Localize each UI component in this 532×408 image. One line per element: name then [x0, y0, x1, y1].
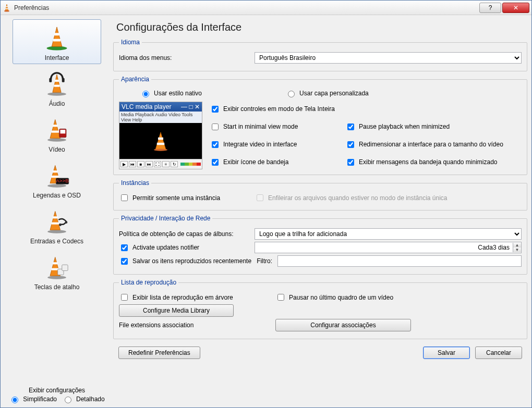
svg-rect-16: [53, 125, 58, 127]
legend-appearance: Aparência: [119, 76, 151, 83]
svg-text:A>>B: A>>B: [56, 178, 68, 183]
configure-associations-button[interactable]: Configurar associações: [275, 319, 411, 331]
svg-rect-7: [53, 39, 61, 42]
group-instances: Instâncias Permitir somente uma instânci…: [113, 179, 527, 211]
spin-up-icon[interactable]: ▲: [513, 243, 521, 248]
content: Interface Áudio Vídeo A>>B Legendas e OS…: [1, 15, 531, 407]
svg-rect-13: [62, 78, 65, 82]
legend-privacy: Privacidade / Interação de Rede: [119, 215, 212, 222]
close-button[interactable]: ✕: [502, 3, 529, 13]
svg-rect-22: [53, 170, 58, 172]
svg-marker-5: [52, 27, 62, 46]
page-title: Configurações da Interface: [113, 19, 527, 38]
chk-tray-messages[interactable]: Exibir mensagens da bandeja quando minim…: [345, 155, 522, 169]
svg-point-26: [47, 230, 66, 233]
interface-cone-icon: [42, 23, 72, 53]
svg-marker-9: [53, 75, 61, 92]
svg-rect-19: [61, 130, 66, 133]
sidebar-item-hotkeys[interactable]: Teclas de atalho: [13, 249, 101, 293]
svg-marker-27: [50, 212, 61, 230]
group-playlist: Lista de reprodução Exibir lista de repr…: [113, 279, 527, 339]
svg-point-3: [4, 10, 9, 11]
hotkeys-icon: [42, 252, 72, 282]
sidebar-item-video[interactable]: Vídeo: [13, 111, 101, 156]
svg-rect-12: [49, 78, 52, 82]
update-interval-spinner[interactable]: Cada3 dias ▲▼: [255, 242, 522, 253]
svg-rect-39: [158, 137, 163, 139]
chk-updates[interactable]: Activate updates notifier: [119, 243, 249, 253]
svg-marker-38: [155, 132, 166, 149]
svg-point-41: [154, 149, 167, 151]
window-title: Preferências: [14, 4, 478, 11]
chk-integrate-video[interactable]: Integrate video in interface: [210, 137, 330, 152]
svg-rect-2: [5, 8, 8, 9]
help-button[interactable]: ?: [479, 3, 501, 13]
legend-instances: Instâncias: [119, 179, 151, 187]
svg-point-32: [47, 276, 66, 279]
filter-input[interactable]: [277, 255, 522, 267]
titlebar: Preferências ? ✕: [1, 1, 531, 15]
save-button[interactable]: Salvar: [423, 347, 470, 359]
svg-rect-34: [53, 262, 58, 264]
sidebar-item-codecs[interactable]: Entradas e Codecs: [13, 203, 101, 248]
chk-tray-icon[interactable]: Exibir ícone de bandeja: [210, 155, 330, 169]
cancel-button[interactable]: Cancelar: [475, 347, 522, 359]
chk-fullscreen-controls[interactable]: Exibir controles em modo de Tela Inteira: [210, 102, 522, 116]
appearance-options: Exibir controles em modo de Tela Inteira…: [210, 102, 522, 169]
show-settings: Exibir configurações Simplificado Detalh…: [5, 387, 109, 403]
sidebar-item-label: Teclas de atalho: [34, 283, 80, 291]
language-label: Idioma dos menus:: [119, 54, 249, 61]
chk-pause-last-frame[interactable]: Pausar no último quadro de um vídeo: [275, 292, 393, 302]
svg-rect-6: [54, 33, 59, 35]
svg-marker-0: [5, 4, 8, 11]
chk-playlist-tree[interactable]: Exibir lista de reprodução em árvore: [119, 292, 270, 302]
sidebar-item-audio[interactable]: Áudio: [13, 65, 101, 110]
footer: Redefinir Preferências Salvar Cancelar: [113, 343, 527, 363]
sidebar-item-interface[interactable]: Interface: [13, 19, 101, 64]
radio-simplified[interactable]: Simplificado: [9, 395, 57, 403]
audio-icon: [42, 69, 72, 99]
configure-media-library-button[interactable]: Configure Media Library: [119, 304, 234, 317]
preferences-window: Preferências ? ✕ Interface Áudio: [0, 0, 532, 408]
filter-label: Filtro:: [257, 257, 272, 265]
language-select[interactable]: Português Brasileiro: [255, 52, 522, 64]
vlc-cone-icon: [3, 4, 11, 12]
main-panel: Configurações da Interface Idioma Idioma…: [113, 19, 527, 403]
chk-only-one-instance[interactable]: Permitir somente uma instância: [119, 193, 249, 203]
svg-rect-17: [51, 131, 59, 133]
chk-pause-minimized[interactable]: Pause playback when minimized: [345, 119, 522, 134]
sidebar-item-subtitles[interactable]: A>>B Legendas e OSD: [13, 157, 101, 202]
chk-minimal-view[interactable]: Start in minimal view mode: [210, 119, 330, 134]
svg-point-20: [47, 184, 66, 188]
show-settings-title: Exibir configurações: [5, 387, 109, 394]
radio-native-style[interactable]: Usar estilo nativo: [140, 89, 202, 97]
album-art-label: Política de obtenção de capas de álbuns:: [119, 230, 249, 238]
skin-preview: VLC media player— □ ✕ Media Playback Aud…: [119, 102, 202, 169]
svg-rect-28: [53, 216, 58, 218]
sidebar-item-label: Entradas e Codecs: [30, 238, 83, 245]
spin-down-icon[interactable]: ▼: [513, 248, 521, 252]
svg-rect-1: [6, 6, 8, 7]
group-language: Idioma Idioma dos menus: Português Brasi…: [113, 39, 527, 71]
svg-marker-15: [50, 120, 61, 139]
group-appearance: Aparência Usar estilo nativo Usar capa p…: [113, 76, 527, 175]
album-art-select[interactable]: Logo que a trilha for adicionada: [255, 228, 522, 240]
group-privacy: Privacidade / Interação de Rede Política…: [113, 215, 527, 275]
reset-preferences-button[interactable]: Redefinir Preferências: [118, 347, 200, 359]
legend-language: Idioma: [119, 39, 142, 46]
chk-resize-interface[interactable]: Redimensionar a interface para o tamanho…: [345, 137, 522, 152]
chk-save-recent[interactable]: Salvar os itens reproduzidos recentement…: [119, 256, 251, 266]
radio-detailed[interactable]: Detalhado: [62, 395, 105, 403]
svg-point-30: [65, 221, 67, 224]
radio-custom-skin[interactable]: Usar capa personalizada: [285, 89, 369, 97]
file-assoc-label: File extensions association: [119, 322, 270, 329]
sidebar-item-label: Interface: [45, 54, 69, 61]
sidebar-item-label: Vídeo: [49, 146, 65, 153]
subtitles-icon: A>>B: [42, 160, 72, 191]
svg-rect-37: [62, 265, 68, 270]
legend-playlist: Lista de reprodução: [119, 279, 178, 286]
category-sidebar: Interface Áudio Vídeo A>>B Legendas e OS…: [5, 19, 109, 403]
svg-rect-11: [54, 85, 59, 87]
svg-point-14: [47, 138, 66, 142]
svg-rect-10: [55, 80, 59, 82]
